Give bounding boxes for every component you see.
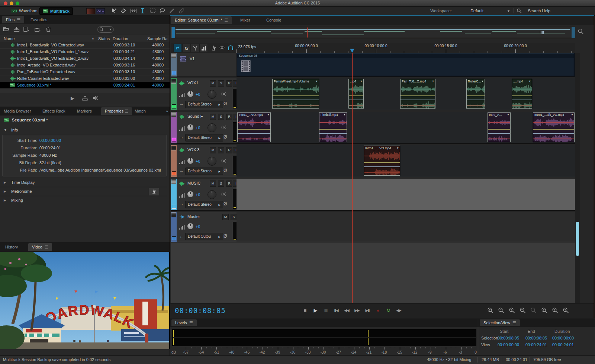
crossfade-icon[interactable]: ⇄ (173, 44, 182, 52)
waveform-view-button[interactable]: Waveform (8, 7, 41, 14)
panel-menu-icon[interactable]: ☰ (224, 18, 228, 22)
timecode-display[interactable]: 00:00:08:05 (175, 306, 226, 315)
marquee-selection-tool[interactable] (149, 8, 157, 14)
clip-menu-caret-icon[interactable]: ▼ (343, 113, 346, 116)
volume-knob[interactable] (187, 91, 193, 97)
clip-menu-caret-icon[interactable]: ▼ (267, 113, 270, 116)
clip-pan-envelope[interactable] (488, 133, 510, 134)
selview-start-value[interactable]: 00:00:08:05 (498, 336, 519, 340)
monitor-icon[interactable] (220, 191, 228, 197)
track-header-vox1[interactable]: VOX1MSRI+0→Default Stereo ▶Ø (171, 78, 237, 110)
clip-volume-envelope[interactable] (467, 95, 485, 96)
selview-end-value[interactable]: 00:00:08:05 (525, 336, 547, 340)
zoom-reset-button[interactable] (530, 307, 538, 315)
track-mute-button[interactable]: M (210, 181, 216, 187)
file-row[interactable]: Pan_ToBeachVO Extracted.wav00:00:03:1048… (0, 68, 170, 75)
volume-knob[interactable] (187, 191, 193, 197)
navigator-right-handle[interactable] (572, 27, 575, 38)
files-search-box[interactable]: ▼ (97, 26, 114, 33)
clip-volume-envelope[interactable] (364, 162, 400, 163)
routing-button[interactable]: Default Stereo ▶ (185, 134, 223, 142)
scrollbar-thumb[interactable] (576, 222, 579, 256)
move-tool[interactable] (111, 8, 118, 14)
search-options-caret-icon[interactable]: ▼ (109, 28, 112, 31)
zoom-out-horizontal-button[interactable] (520, 307, 528, 315)
track-grip[interactable] (171, 79, 176, 84)
playhead-caret-icon[interactable] (350, 49, 354, 53)
clip-gain-envelope[interactable] (488, 122, 510, 123)
clip-vox1-0[interactable]: FerrisWheel.mp4 Volume▼ (272, 79, 319, 109)
phase-invert-button[interactable]: Ø (223, 168, 227, 173)
zoom-to-selection-button[interactable] (563, 307, 571, 315)
clip-gain-envelope[interactable] (319, 122, 347, 123)
routing-button[interactable]: Default Stereo ▶ (185, 201, 223, 208)
track-record-arm-button[interactable]: R (226, 147, 232, 153)
clip-menu-caret-icon[interactable]: ▼ (571, 113, 573, 116)
clip-sound-f-1[interactable]: Fireball.mp4▼ (319, 112, 347, 142)
skip-playhead-button[interactable]: ◀▶ (394, 306, 403, 315)
track-lane-sound-f[interactable]: Intro1_...VO.mp4▼Fireball.mp4▼Intro_A...… (237, 112, 575, 144)
panel-menu-icon[interactable]: ☰ (189, 321, 193, 325)
clip-gain-envelope[interactable] (467, 105, 485, 105)
delete-button[interactable] (45, 26, 54, 32)
routing-button[interactable]: Default Stereo ▶ (185, 168, 223, 175)
panel-menu-icon[interactable]: ☰ (123, 109, 128, 113)
phase-invert-button[interactable]: Ø (223, 201, 227, 207)
track-solo-button[interactable]: S (218, 80, 224, 87)
clip-menu-caret-icon[interactable]: ▼ (507, 113, 509, 116)
clip-vox1-4[interactable]: ....mp4▼ (512, 79, 532, 109)
clip-menu-caret-icon[interactable]: ▼ (360, 80, 363, 82)
skip-to-end-button[interactable]: ▶▮ (363, 306, 372, 315)
tab-files[interactable]: Files ☰ (2, 16, 24, 23)
clip-gain-envelope[interactable] (238, 139, 270, 139)
info-section-header[interactable]: ▼ Info (0, 126, 170, 134)
track-lane-music[interactable] (237, 179, 575, 211)
clip-gain-envelope[interactable] (533, 122, 574, 123)
fast-forward-button[interactable]: ▶▶ (353, 306, 361, 315)
tab-match[interactable]: Match (131, 107, 149, 115)
file-row[interactable]: Sequence 03.xml *00:00:24:0148000 (0, 82, 170, 89)
tab-selection-view[interactable]: Selection/View ☰ (480, 319, 520, 326)
navigator-zoom-icon[interactable] (578, 28, 585, 36)
track-grip[interactable] (171, 146, 176, 150)
panel-menu-icon[interactable]: ☰ (17, 17, 20, 22)
clip-gain-envelope[interactable] (273, 89, 319, 89)
clip-gain-envelope[interactable] (349, 105, 363, 105)
playhead-line[interactable] (352, 53, 353, 303)
files-column-header[interactable]: Name ▲ Status Duration Sample Ra (0, 35, 170, 42)
clip-volume-envelope[interactable] (401, 95, 435, 96)
record-button[interactable]: ● (373, 306, 382, 315)
clip-gain-envelope[interactable] (349, 89, 363, 89)
track-mute-button[interactable]: M (210, 147, 216, 153)
track-lane-vox-3[interactable]: Intro1_..._VO.mp4▼ (237, 145, 575, 177)
clip-menu-caret-icon[interactable]: ▼ (481, 80, 484, 82)
routing-button[interactable]: Default Stereo ▶ (185, 101, 223, 108)
clip-gain-envelope[interactable] (533, 139, 574, 139)
video-clip[interactable]: Sequence 03 (237, 53, 574, 76)
track-select-square[interactable] (172, 236, 176, 240)
lasso-selection-tool[interactable] (159, 8, 167, 14)
volume-knob[interactable] (187, 223, 193, 229)
master-solo-button[interactable]: S (231, 214, 237, 220)
file-row[interactable]: RollerCoaster Extracted.wav00:00:03:0048… (0, 75, 170, 82)
slip-tool[interactable] (130, 8, 138, 14)
clip-volume-envelope[interactable] (488, 129, 510, 130)
clip-vox1-2[interactable]: Pan_To8...O.mp4▼ (400, 79, 435, 109)
selview-duration-value[interactable]: 00:00:00:00 (552, 336, 574, 340)
tab-markers[interactable]: Markers (73, 107, 96, 115)
zoom-in-vertical-button[interactable] (487, 307, 495, 315)
tab-properties[interactable]: Properties ☰ (101, 107, 132, 115)
volume-value[interactable]: +0 (196, 224, 200, 229)
tab-media-browser[interactable]: Media Browser (0, 107, 35, 115)
track-record-arm-button[interactable]: R (226, 80, 232, 87)
clip-menu-caret-icon[interactable]: ▼ (396, 147, 399, 149)
clip-pan-envelope[interactable] (467, 100, 485, 100)
tab-overflow-chevron-icon[interactable]: » (166, 109, 168, 113)
clip-volume-envelope[interactable] (238, 129, 270, 130)
search-help-label[interactable]: Search Help (528, 9, 550, 13)
track-grip[interactable] (171, 112, 176, 117)
track-solo-button[interactable]: S (218, 147, 224, 153)
preview-autoplay-icon[interactable] (82, 95, 88, 101)
workspace-dropdown-caret-icon[interactable]: ▼ (507, 9, 510, 13)
track-mute-button[interactable]: M (210, 114, 216, 120)
